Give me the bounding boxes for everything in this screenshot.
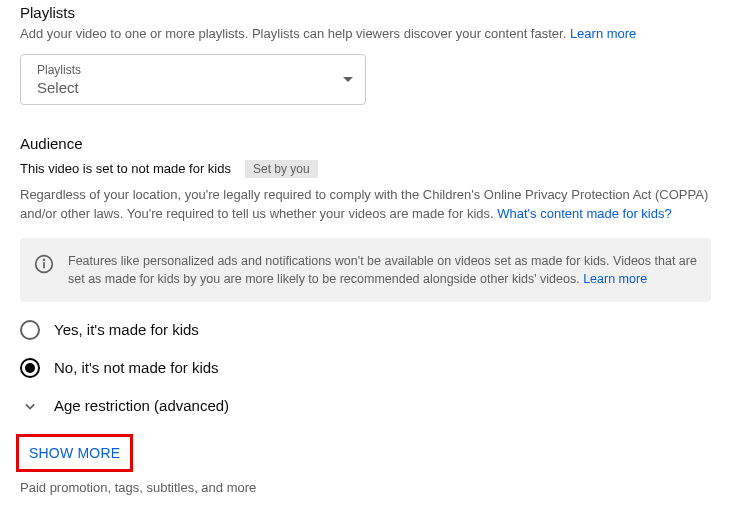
- chevron-down-icon: [20, 396, 40, 416]
- playlists-title: Playlists: [20, 4, 711, 21]
- show-more-button[interactable]: Show more: [19, 437, 130, 469]
- playlists-section: Playlists Add your video to one or more …: [20, 4, 711, 105]
- radio-label: No, it's not made for kids: [54, 359, 219, 376]
- audience-status-text: This video is set to not made for kids: [20, 161, 231, 176]
- content-for-kids-link[interactable]: What's content made for kids?: [497, 206, 671, 221]
- audience-title: Audience: [20, 135, 711, 152]
- playlists-select-dropdown[interactable]: Playlists Select: [20, 54, 366, 105]
- radio-made-for-kids-no[interactable]: No, it's not made for kids: [20, 358, 711, 378]
- svg-point-2: [44, 259, 45, 260]
- radio-made-for-kids-yes[interactable]: Yes, it's made for kids: [20, 320, 711, 340]
- dropdown-value: Select: [37, 79, 81, 96]
- dropdown-label: Playlists: [37, 63, 81, 77]
- radio-icon: [20, 320, 40, 340]
- audience-legal-description: Regardless of your location, you're lega…: [20, 186, 711, 224]
- radio-icon: [20, 358, 40, 378]
- show-more-highlight: Show more: [16, 434, 133, 472]
- audience-section: Audience This video is set to not made f…: [20, 135, 711, 416]
- radio-label: Yes, it's made for kids: [54, 321, 199, 338]
- age-restriction-expander[interactable]: Age restriction (advanced): [20, 396, 711, 416]
- info-learn-more-link[interactable]: Learn more: [583, 272, 647, 286]
- info-icon: [34, 252, 54, 288]
- info-box: Features like personalized ads and notif…: [20, 238, 711, 302]
- playlists-learn-more-link[interactable]: Learn more: [570, 26, 636, 41]
- set-by-you-badge: Set by you: [245, 160, 318, 178]
- playlists-description: Add your video to one or more playlists.…: [20, 25, 711, 44]
- caret-down-icon: [343, 77, 353, 82]
- show-more-description: Paid promotion, tags, subtitles, and mor…: [20, 480, 711, 495]
- age-restriction-label: Age restriction (advanced): [54, 397, 229, 414]
